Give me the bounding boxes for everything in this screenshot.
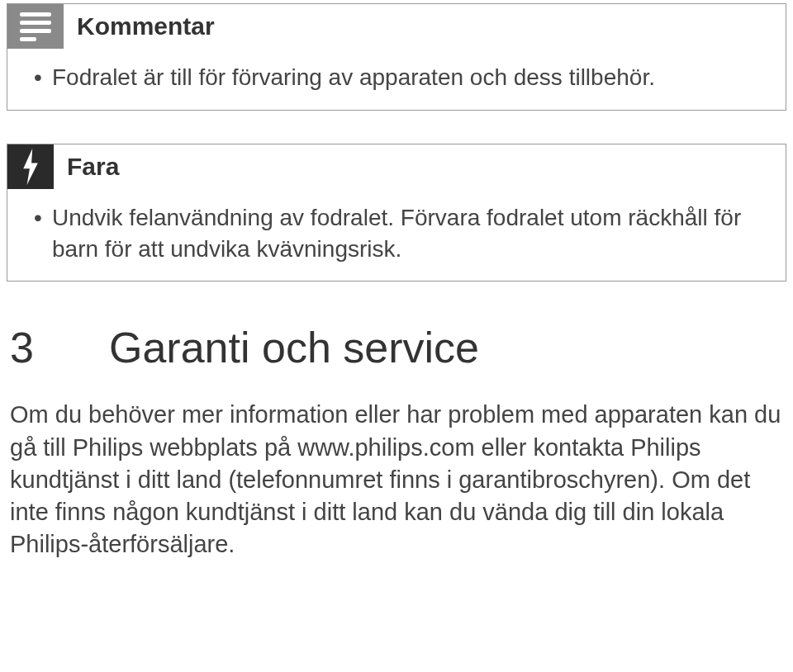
note-item: Fodralet är till för förvaring av appara… xyxy=(32,62,766,93)
note-body: Fodralet är till för förvaring av appara… xyxy=(7,49,786,110)
section-number: 3 xyxy=(10,323,109,372)
note-box-kommentar: Kommentar Fodralet är till för förvaring… xyxy=(7,3,786,111)
danger-body: Undvik felanvändning av fodralet. Förvar… xyxy=(7,189,786,282)
danger-title: Fara xyxy=(67,153,119,181)
note-header: Kommentar xyxy=(7,4,786,49)
danger-header: Fara xyxy=(7,144,786,189)
danger-box-fara: Fara Undvik felanvändning av fodralet. F… xyxy=(7,144,786,282)
section-title: Garanti och service xyxy=(109,323,479,372)
section-heading: 3 Garanti och service xyxy=(10,323,783,372)
section-garanti: 3 Garanti och service Om du behöver mer … xyxy=(10,323,783,561)
section-body: Om du behöver mer information eller har … xyxy=(10,399,783,561)
note-icon xyxy=(7,4,64,49)
lightning-icon-svg xyxy=(19,149,42,185)
lightning-icon xyxy=(7,144,54,189)
danger-item: Undvik felanvändning av fodralet. Förvar… xyxy=(32,202,766,265)
note-title: Kommentar xyxy=(77,12,215,40)
